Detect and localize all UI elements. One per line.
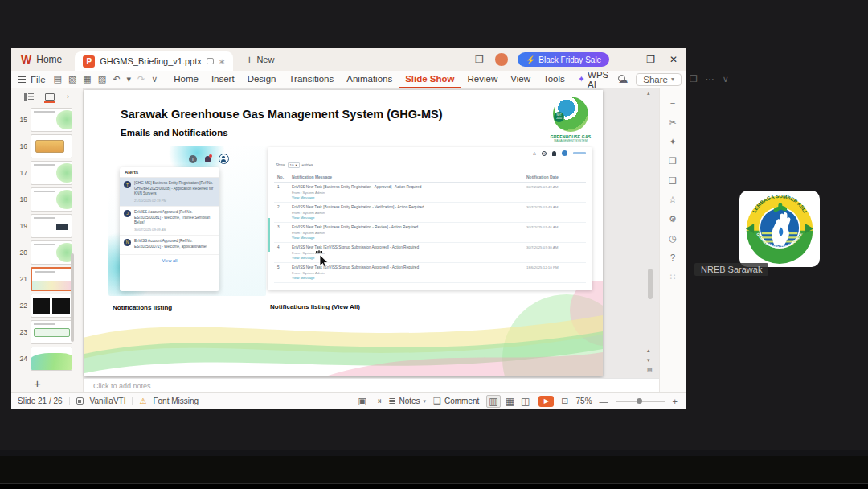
alert-avatar: N [124, 239, 131, 246]
view-switcher: ▥▦◫ [486, 395, 531, 408]
slide-number: 22 [11, 302, 31, 310]
slide-thumb-18[interactable] [31, 187, 72, 212]
comment-button[interactable]: ❑ Comment [433, 396, 479, 406]
more-options-icon[interactable]: ⋯ [706, 74, 714, 84]
scrollbar-thumb[interactable] [648, 269, 653, 299]
row-message: EnVISS New Task [Business Entity Registr… [292, 225, 522, 229]
export-icon[interactable]: ▧ [68, 74, 76, 84]
format-tools-icon[interactable]: ✂ [660, 113, 686, 132]
slide-number: 19 [11, 222, 31, 230]
outline-view-icon[interactable] [24, 93, 33, 101]
slide-thumb-19[interactable] [31, 214, 72, 238]
document-tab[interactable]: P GHGMS_Briefing_v1.pptx ∗ [75, 51, 233, 71]
reading-view-icon[interactable]: ◫ [519, 396, 531, 407]
minimize-button[interactable]: — [622, 54, 632, 65]
account-avatar[interactable] [495, 53, 508, 66]
document-tab-label: GHGMS_Briefing_v1.pptx [100, 56, 202, 66]
slide-thumb-15[interactable] [31, 108, 72, 132]
slide-thumb-23[interactable] [31, 320, 72, 344]
alerts-title: Alerts [120, 167, 219, 178]
notes-toggle[interactable]: ≣ Notes ▾ [388, 396, 426, 406]
scroll-up-icon[interactable]: ▴ [647, 90, 650, 97]
next-slide-icon[interactable]: ▾ [647, 357, 650, 364]
view-all-link: View all [120, 255, 219, 263]
bolt-icon: ⚡ [526, 55, 535, 64]
restore-button[interactable]: ❐ [646, 54, 655, 65]
net-zero-badge: NET 2050 [554, 112, 564, 122]
slide-thumb-22[interactable] [31, 294, 72, 318]
menu-review[interactable]: Review [461, 71, 505, 88]
shapes-icon[interactable]: ❐ [660, 151, 686, 171]
comment-pane-icon[interactable]: ❑ [660, 171, 686, 190]
slide-thumb-21[interactable] [31, 267, 72, 291]
add-slide-button[interactable]: + [34, 376, 41, 390]
home-icon: ⌂ [533, 150, 536, 156]
wps-ai-button[interactable]: ✦ WPS AI [571, 70, 615, 89]
animation-pane-icon[interactable]: ✦ [660, 132, 686, 151]
slide-editor-area: Sarawak Greenhouse Gas Management System… [84, 88, 659, 378]
history-icon[interactable]: ◷ [660, 228, 686, 248]
undo-icon[interactable]: ↶ [113, 74, 120, 84]
favorites-icon[interactable]: ☆ [660, 190, 686, 209]
panel-scrollbar[interactable] [71, 253, 74, 342]
help-icon[interactable]: ? [660, 248, 686, 267]
slide-size-icon[interactable]: ▣ [358, 396, 366, 406]
slide-view-icon[interactable] [45, 93, 55, 101]
menu-animations[interactable]: Animations [340, 71, 399, 88]
redo-icon[interactable]: ↷ [137, 74, 145, 84]
apps-icon[interactable]: ∷ [660, 267, 686, 286]
print-preview-icon[interactable]: ▨ [98, 74, 106, 84]
menu-slide-show[interactable]: Slide Show [399, 71, 461, 88]
settings-icon[interactable]: ⚙ [660, 209, 686, 228]
collapse-ribbon-icon[interactable]: ∨ [723, 74, 729, 84]
slide-thumb-16[interactable] [31, 134, 72, 158]
handout-icon[interactable]: ⇥ [374, 396, 381, 406]
zoom-slider[interactable] [616, 401, 665, 402]
theme-name[interactable]: VanillaVTI [90, 397, 126, 405]
fit-screen-icon[interactable]: ⊡ [561, 396, 568, 406]
slide-sorter-icon[interactable]: ▦ [504, 396, 516, 407]
menu-home[interactable]: Home [167, 71, 205, 88]
save-icon[interactable]: ▤ [54, 74, 62, 84]
editor-scrollbar[interactable]: ▴ ▴ ▾ ▤ [645, 88, 656, 378]
task-pane-icon[interactable]: ❒ [690, 74, 698, 84]
thumbnail-row: 16 [11, 133, 84, 159]
slide-number: 20 [11, 249, 31, 257]
slide-canvas[interactable]: Sarawak Greenhouse Gas Management System… [84, 90, 603, 376]
promo-button[interactable]: ⚡ Black Friday Sale [518, 52, 609, 67]
menu-transitions[interactable]: Transitions [282, 71, 340, 88]
menu-view[interactable]: View [504, 71, 537, 88]
tab-layout-icon[interactable]: ❐ [475, 54, 484, 65]
slide-thumb-20[interactable] [31, 240, 72, 265]
wps-logo-icon: W [21, 53, 31, 66]
menu-tools[interactable]: Tools [537, 71, 571, 88]
zoom-level[interactable]: 75% [576, 397, 592, 405]
previous-slide-icon[interactable]: ▴ [647, 347, 650, 354]
slide-number: 15 [11, 116, 31, 124]
notes-bar[interactable]: Click to add notes [84, 378, 659, 392]
collapse-panel-icon[interactable]: − [660, 93, 686, 113]
mouse-cursor [314, 248, 334, 270]
expand-panel-icon[interactable]: › [67, 92, 69, 101]
new-tab-button[interactable]: + New [246, 53, 274, 66]
menu-design[interactable]: Design [241, 71, 283, 88]
tab-preview-icon[interactable] [207, 58, 214, 64]
font-missing-label[interactable]: Font Missing [153, 397, 199, 405]
scroll-menu-icon[interactable]: ▤ [647, 367, 653, 373]
menu-insert[interactable]: Insert [205, 71, 241, 88]
wps-home-tab[interactable]: W Home [11, 48, 73, 71]
zoom-slider-handle[interactable] [637, 398, 642, 404]
slide-thumb-24[interactable] [31, 347, 72, 371]
normal-view-icon[interactable]: ▥ [486, 395, 500, 408]
zoom-out-button[interactable]: — [600, 397, 608, 406]
slide-thumb-17[interactable] [31, 161, 72, 185]
slideshow-play-button[interactable]: ▶ [538, 396, 554, 407]
print-icon[interactable]: ▦ [83, 74, 91, 84]
slide-number: 23 [11, 328, 31, 336]
share-button[interactable]: Share ▾ [636, 73, 682, 86]
zoom-in-button[interactable]: + [673, 397, 678, 406]
file-menu[interactable]: File [11, 75, 51, 84]
undo-caret-icon[interactable]: ▾ [126, 74, 131, 84]
toolbar-caret-icon[interactable]: ∨ [151, 74, 158, 84]
close-button[interactable]: ✕ [669, 54, 678, 65]
